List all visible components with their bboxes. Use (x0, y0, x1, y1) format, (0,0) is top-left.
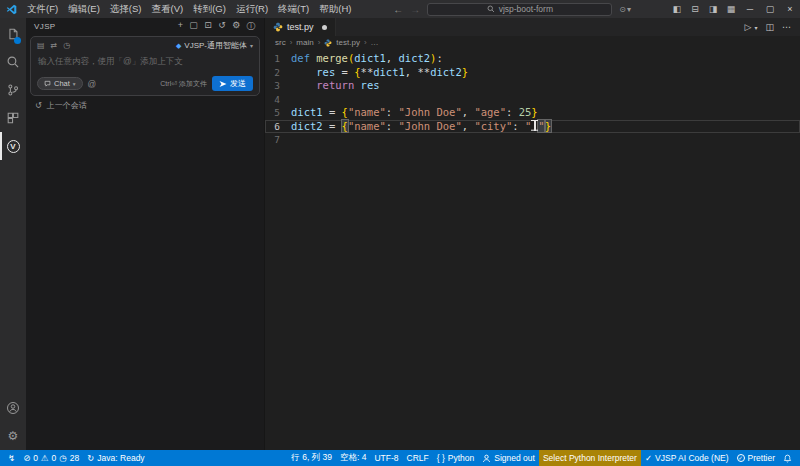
tab-test-py[interactable]: test.py (265, 18, 336, 36)
code-line[interactable]: 4 (265, 93, 800, 107)
remote-icon: ↯ (8, 453, 15, 463)
toggle-sidebar-icon[interactable]: ◧ (668, 4, 686, 14)
eol-sequence[interactable]: CRLF (403, 450, 433, 466)
back-button[interactable]: ← (393, 4, 403, 15)
split-editor-icon[interactable]: ◫ (765, 22, 774, 32)
vjsp-circle-v: V (7, 140, 20, 153)
search-value: vjsp-boot-form (499, 4, 553, 14)
problems-indicator[interactable]: ⊘0 ⚠0 ◷28 (19, 450, 83, 466)
java-status[interactable]: ↻ Java: Ready (83, 450, 148, 466)
chat-mode-selector[interactable]: Chat ▾ (37, 77, 83, 90)
more-actions-icon[interactable]: ⋯ (782, 22, 791, 32)
status-bar: ↯ ⊘0 ⚠0 ◷28 ↻ Java: Ready 行 6, 列 39 空格: … (0, 450, 800, 466)
toggle-secondary-sidebar-icon[interactable]: ◨ (704, 4, 722, 14)
modified-dot-icon[interactable] (322, 25, 327, 30)
menu-help[interactable]: 帮助(H) (314, 3, 356, 16)
breadcrumb-sep-icon: › (290, 38, 293, 47)
previous-session-icon: ↺ (35, 101, 42, 110)
line-text: def merge(dict1, dict2): (291, 52, 443, 66)
breadcrumb-sep-icon: › (364, 38, 367, 47)
signed-out-label: Signed out (494, 453, 535, 463)
send-button[interactable]: 发送 (212, 76, 253, 91)
help-icon[interactable]: ⓘ (247, 20, 256, 33)
line-text: return res (291, 79, 380, 93)
run-python-button[interactable]: ▷ (745, 22, 752, 32)
tab-label: test.py (287, 22, 314, 32)
error-count: 0 (33, 453, 38, 463)
swap-icon[interactable]: ⇄ (51, 41, 58, 50)
recent-icon[interactable]: ◷ (63, 41, 70, 50)
code-line[interactable]: 1def merge(dict1, dict2): (265, 52, 800, 66)
line-text: dict2 = {"name": "John Doe", "city": ""} (291, 120, 551, 134)
prettier-status[interactable]: ✓ Prettier (733, 450, 779, 466)
chat-input[interactable]: 输入任意内容，使用「@」添加上下文 (37, 51, 253, 76)
ai-code-status[interactable]: ✓ VJSP AI Code (NE) (641, 450, 733, 466)
previous-session-row[interactable]: ↺ 上一个会话 (26, 96, 264, 115)
menu-view[interactable]: 查看(V) (146, 3, 188, 16)
save-chat-icon[interactable]: ⊡ (204, 20, 212, 33)
title-bar: 文件(F) 编辑(E) 选择(S) 查看(V) 转到(G) 运行(R) 终端(T… (0, 0, 800, 18)
attach-hint: Ctrl⏎ 添加文件 (160, 79, 207, 89)
menu-go[interactable]: 转到(G) (188, 3, 231, 16)
clock-icon: ◷ (59, 453, 66, 463)
send-icon (219, 80, 227, 88)
previous-session-label: 上一个会话 (47, 100, 87, 111)
cursor-position[interactable]: 行 6, 列 39 (287, 450, 336, 466)
extensions-icon[interactable] (0, 104, 26, 132)
menu-terminal[interactable]: 终端(T) (273, 3, 314, 16)
indentation[interactable]: 空格: 4 (336, 450, 370, 466)
breadcrumb-file[interactable]: test.py (336, 38, 360, 47)
run-dropdown-icon[interactable]: ▾ (754, 24, 757, 31)
settings-gear-icon[interactable]: ⚙ (0, 422, 26, 450)
source-control-icon[interactable] (0, 76, 26, 104)
add-context-icon[interactable]: @ (88, 79, 97, 89)
prettier-label: Prettier (748, 453, 775, 463)
agent-name: VJSP-通用智能体 (184, 40, 247, 51)
history-icon[interactable]: ↺ (218, 20, 226, 33)
notifications-bell[interactable] (779, 450, 796, 466)
line-number: 2 (265, 66, 291, 80)
code-line[interactable]: 2 res = {**dict1, **dict2} (265, 66, 800, 80)
vjsp-view-icon[interactable]: V (0, 132, 26, 160)
customize-layout-icon[interactable]: ▦ (722, 4, 740, 14)
account-icon[interactable] (0, 394, 26, 422)
agent-selector[interactable]: ◆ VJSP-通用智能体 ▾ (176, 40, 253, 51)
menu-run[interactable]: 运行(R) (231, 3, 273, 16)
search-view-icon[interactable] (0, 48, 26, 76)
remote-indicator[interactable]: ↯ (4, 450, 19, 466)
toggle-panel-icon[interactable]: ⊟ (686, 4, 704, 14)
screenshot-icon[interactable]: ▤ (37, 41, 45, 50)
account-status[interactable]: Signed out (478, 450, 539, 466)
line-number: 6 (265, 120, 291, 134)
trash-icon[interactable]: ▢ (189, 20, 198, 33)
forward-button[interactable]: → (410, 4, 420, 15)
error-icon: ⊘ (23, 453, 30, 463)
breadcrumb-src[interactable]: src (275, 38, 286, 47)
close-button[interactable]: × (780, 4, 800, 14)
line-number: 3 (265, 79, 291, 93)
encoding[interactable]: UTF-8 (370, 450, 402, 466)
minimize-button[interactable]: ─ (740, 4, 760, 14)
maximize-button[interactable]: ▢ (760, 4, 780, 14)
menu-selection[interactable]: 选择(S) (105, 3, 147, 16)
code-line[interactable]: 6dict2 = {"name": "John Doe", "city": ""… (265, 120, 800, 134)
profile-dropdown[interactable]: ⊙▾ (619, 5, 631, 14)
python-interpreter-selector[interactable]: Select Python Interpreter (539, 450, 641, 466)
warning-icon: ⚠ (41, 453, 49, 463)
breadcrumb-main[interactable]: main (296, 38, 313, 47)
code-lines[interactable]: 1def merge(dict1, dict2):2 res = {**dict… (265, 49, 800, 450)
language-mode[interactable]: { } Python (433, 450, 479, 466)
new-chat-icon[interactable]: + (178, 20, 184, 33)
breadcrumb-symbol[interactable]: … (371, 38, 379, 47)
text-cursor (531, 120, 538, 131)
command-center-search[interactable]: vjsp-boot-form (427, 3, 612, 16)
menu-edit[interactable]: 编辑(E) (63, 3, 105, 16)
explorer-icon[interactable] (0, 20, 26, 48)
sync-icon: ↻ (87, 453, 94, 463)
panel-settings-icon[interactable]: ⚙ (232, 20, 240, 33)
code-line[interactable]: 5dict1 = {"name": "John Doe", "age": 25} (265, 106, 800, 120)
code-line[interactable]: 7 (265, 133, 800, 147)
code-line[interactable]: 3 return res (265, 79, 800, 93)
breadcrumb: src › main › test.py › … (265, 36, 800, 49)
menu-file[interactable]: 文件(F) (22, 3, 63, 16)
